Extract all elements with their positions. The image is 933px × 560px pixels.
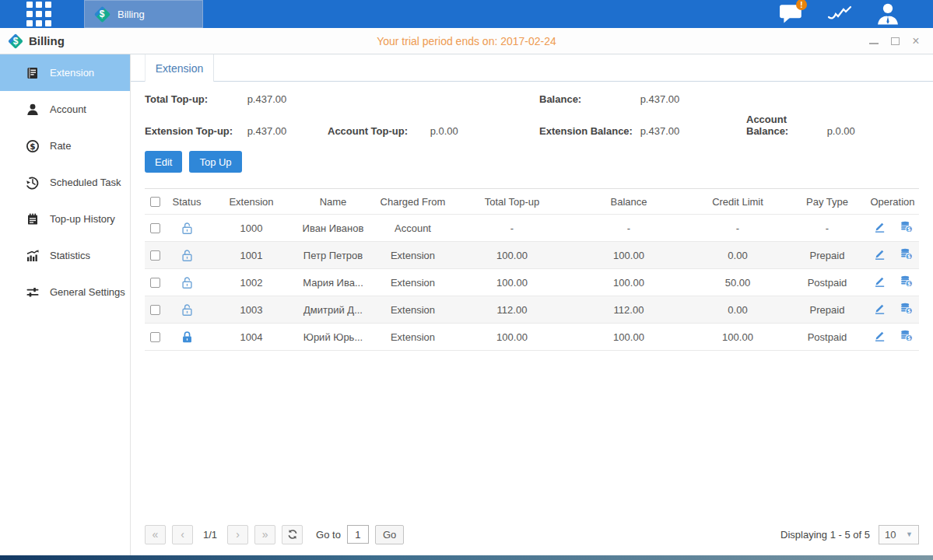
cell-pay-type: Postpaid bbox=[788, 277, 866, 289]
ledger-icon bbox=[26, 66, 40, 80]
cell-credit-limit: 0.00 bbox=[687, 304, 788, 316]
edit-icon[interactable] bbox=[873, 247, 886, 263]
go-button[interactable]: Go bbox=[375, 525, 404, 544]
cell-pay-type: - bbox=[788, 222, 866, 234]
top-up-coins-icon[interactable]: $ bbox=[900, 302, 913, 317]
select-all-checkbox[interactable] bbox=[150, 197, 160, 207]
edit-icon[interactable] bbox=[873, 302, 886, 317]
top-up-coins-icon[interactable]: $ bbox=[900, 329, 913, 345]
bar-chart-icon bbox=[26, 249, 40, 263]
sidebar-item-rate[interactable]: $Rate bbox=[0, 128, 130, 164]
page-indicator: 1/1 bbox=[203, 529, 217, 541]
operation-cell: $ bbox=[866, 302, 919, 317]
operation-cell: $ bbox=[866, 247, 919, 263]
displaying-info: Displaying 1 - 5 of 5 bbox=[780, 529, 870, 541]
notebook-icon bbox=[26, 212, 40, 226]
app-grid-icon[interactable] bbox=[26, 2, 51, 26]
column-header-total-top-up: Total Top-up bbox=[454, 196, 570, 208]
summary-extension-balance: Extension Balance: p.437.00 bbox=[539, 125, 746, 137]
sidebar-item-extension[interactable]: Extension bbox=[0, 54, 130, 91]
sidebar-item-general-settings[interactable]: General Settings bbox=[0, 274, 130, 310]
operation-cell: $ bbox=[866, 220, 919, 236]
cell-total-top-up: 100.00 bbox=[454, 277, 570, 289]
locked-icon[interactable] bbox=[181, 330, 193, 341]
sidebar-item-statistics[interactable]: Statistics bbox=[0, 237, 130, 274]
column-header-extension: Extension bbox=[209, 196, 294, 208]
maximize-button[interactable] bbox=[889, 36, 900, 47]
minimize-button[interactable] bbox=[868, 36, 879, 47]
cell-credit-limit: - bbox=[687, 222, 788, 234]
sidebar-item-label: Account bbox=[50, 103, 86, 115]
sidebar-item-top-up-history[interactable]: Top-up History bbox=[0, 201, 130, 237]
pagination-bar: « ‹ 1/1 › » Go to Go Displaying 1 - 5 of… bbox=[131, 521, 933, 555]
window-controls: × bbox=[868, 36, 921, 47]
svg-text:$: $ bbox=[907, 307, 910, 314]
table-row: 1000Иван ИвановAccount----$ bbox=[145, 215, 919, 242]
row-checkbox[interactable] bbox=[150, 223, 160, 233]
page-size-select[interactable]: 10 ▼ bbox=[879, 525, 919, 544]
column-header-credit-limit: Credit Limit bbox=[687, 196, 788, 208]
unlocked-icon[interactable] bbox=[181, 248, 193, 260]
top-up-coins-icon[interactable]: $ bbox=[900, 247, 913, 263]
column-header-operation: Operation bbox=[866, 196, 919, 208]
first-page-button[interactable]: « bbox=[145, 525, 166, 544]
cell-extension: 1003 bbox=[209, 304, 294, 316]
top-up-coins-icon[interactable]: $ bbox=[900, 275, 913, 290]
svg-text:$: $ bbox=[907, 334, 910, 341]
column-header-charged-from: Charged From bbox=[372, 196, 454, 208]
cell-name: Петр Петров bbox=[294, 250, 372, 261]
close-button[interactable]: × bbox=[910, 36, 921, 47]
topbar-right-icons: ! bbox=[779, 4, 900, 24]
unlocked-icon[interactable] bbox=[181, 221, 193, 233]
history-clock-icon bbox=[26, 176, 40, 190]
sidebar-item-label: Statistics bbox=[50, 250, 90, 261]
unlocked-icon[interactable] bbox=[181, 275, 193, 287]
cell-total-top-up: 112.00 bbox=[454, 304, 570, 316]
edit-button[interactable]: Edit bbox=[145, 151, 182, 173]
row-checkbox[interactable] bbox=[150, 250, 160, 261]
tab-bar: Extension bbox=[131, 54, 933, 82]
last-page-button[interactable]: » bbox=[254, 525, 275, 544]
cell-name: Иван Иванов bbox=[294, 222, 372, 234]
goto-page-input[interactable] bbox=[347, 525, 369, 544]
edit-icon[interactable] bbox=[873, 220, 886, 236]
sidebar-item-label: General Settings bbox=[50, 286, 125, 298]
cell-extension: 1002 bbox=[209, 277, 294, 289]
billing-summary: Total Top-up: p.437.00 Balance: p.437.00… bbox=[131, 82, 933, 137]
unlocked-icon[interactable] bbox=[181, 303, 193, 314]
cell-credit-limit: 50.00 bbox=[687, 277, 788, 289]
cell-balance: - bbox=[570, 222, 687, 234]
row-checkbox[interactable] bbox=[150, 278, 160, 288]
top-up-coins-icon[interactable]: $ bbox=[900, 220, 913, 236]
row-checkbox[interactable] bbox=[150, 305, 160, 315]
edit-icon[interactable] bbox=[873, 275, 886, 290]
user-icon[interactable] bbox=[875, 4, 900, 24]
table-row: 1001Петр ПетровExtension100.00100.000.00… bbox=[145, 242, 919, 269]
cell-balance: 112.00 bbox=[570, 304, 687, 316]
cell-name: Дмитрий Д... bbox=[294, 304, 372, 316]
chat-icon[interactable]: ! bbox=[779, 4, 804, 24]
cell-name: Мария Ива... bbox=[294, 277, 372, 289]
taskbar-tab-billing[interactable]: $ Billing bbox=[84, 0, 203, 28]
svg-text:$: $ bbox=[907, 253, 910, 260]
sidebar-item-label: Scheduled Task bbox=[50, 177, 121, 188]
cell-total-top-up: 100.00 bbox=[454, 250, 570, 261]
top-up-button[interactable]: Top Up bbox=[189, 151, 241, 173]
row-checkbox[interactable] bbox=[150, 332, 160, 342]
sidebar-item-account[interactable]: Account bbox=[0, 91, 130, 128]
person-icon bbox=[26, 103, 40, 117]
taskbar-tab-label: Billing bbox=[118, 9, 145, 20]
tab-extension[interactable]: Extension bbox=[145, 54, 214, 82]
sidebar-item-scheduled-task[interactable]: Scheduled Task bbox=[0, 164, 130, 201]
column-header-pay-type: Pay Type bbox=[788, 196, 866, 208]
page-size-value: 10 bbox=[885, 529, 896, 541]
edit-icon[interactable] bbox=[873, 329, 886, 345]
summary-total-top-up: Total Top-up: p.437.00 bbox=[145, 93, 328, 105]
cell-balance: 100.00 bbox=[570, 277, 687, 289]
next-page-button[interactable]: › bbox=[227, 525, 248, 544]
prev-page-button[interactable]: ‹ bbox=[172, 525, 193, 544]
monitor-chart-icon[interactable] bbox=[827, 4, 852, 24]
cell-extension: 1000 bbox=[209, 222, 294, 234]
table-header-row: StatusExtensionNameCharged FromTotal Top… bbox=[145, 188, 919, 215]
refresh-icon[interactable] bbox=[282, 525, 303, 544]
